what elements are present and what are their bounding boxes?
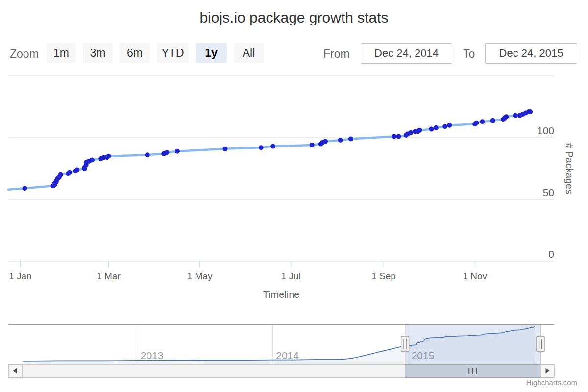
highcharts-stock-chart: 0501001 Jan1 Mar1 May1 Jul1 Sep1 NovTime… <box>0 0 588 392</box>
series-point <box>106 154 111 159</box>
series-point <box>396 134 401 139</box>
x-axis-label: 1 May <box>187 271 213 281</box>
highcharts-credit[interactable]: Highcharts.com <box>526 378 577 387</box>
navigator-selected-mask[interactable] <box>405 325 540 364</box>
from-label: From <box>323 48 350 61</box>
series-point <box>165 150 170 155</box>
series-point <box>408 130 413 135</box>
zoom-button-1y[interactable]: 1y <box>196 43 227 63</box>
y-axis-label: 50 <box>543 187 554 198</box>
series-point <box>429 126 434 131</box>
series-point <box>513 113 518 118</box>
series-point <box>90 157 95 162</box>
series-point <box>338 138 343 143</box>
x-axis-label: 1 Sep <box>371 271 396 281</box>
series-point <box>74 168 79 172</box>
zoom-button-all[interactable]: All <box>234 43 264 63</box>
navigator-left-handle[interactable] <box>401 336 409 352</box>
to-label: To <box>463 48 475 61</box>
series-point <box>259 145 264 150</box>
y-axis-label: 0 <box>548 248 554 260</box>
series-point <box>480 119 485 124</box>
series-point <box>504 114 509 119</box>
zoom-button-1m[interactable]: 1m <box>47 43 76 63</box>
series-point <box>490 118 495 123</box>
series-point <box>528 109 533 114</box>
x-axis-label: 1 Mar <box>97 271 121 281</box>
series-point <box>58 172 63 177</box>
series-point <box>223 147 228 151</box>
series-line <box>8 112 530 190</box>
x-axis-title: Timeline <box>263 289 300 300</box>
series-point <box>310 143 315 147</box>
series-point <box>434 125 439 130</box>
series-point <box>442 124 447 129</box>
x-axis-label: 1 Jul <box>281 271 301 281</box>
zoom-button-3m[interactable]: 3m <box>83 43 113 63</box>
chart-title: biojs.io package growth stats <box>0 7 588 28</box>
navigator-right-handle[interactable] <box>537 336 544 352</box>
series-point <box>474 121 479 125</box>
series-point <box>145 152 150 157</box>
from-date-input[interactable] <box>361 43 452 64</box>
series-point <box>447 123 452 128</box>
series-point <box>23 186 27 191</box>
zoom-label: Zoom <box>10 48 39 61</box>
to-date-input[interactable] <box>485 43 577 64</box>
series-point <box>392 134 396 139</box>
zoom-button-6m[interactable]: 6m <box>120 43 150 63</box>
y-axis-title: # Packages <box>564 143 575 195</box>
series-point <box>348 137 353 142</box>
navigator-year-label: 2014 <box>276 350 299 361</box>
navigator-year-label: 2013 <box>141 350 164 361</box>
series-point <box>417 128 422 133</box>
y-axis-label: 100 <box>537 125 554 136</box>
series-point <box>175 149 180 154</box>
series-point <box>323 139 328 144</box>
zoom-button-ytd[interactable]: YTD <box>157 43 189 63</box>
x-axis-label: 1 Nov <box>463 271 487 281</box>
range-selector-buttons: 1m3m6mYTD1yAll <box>47 43 270 63</box>
series-point <box>270 144 275 149</box>
series-point <box>67 170 72 175</box>
x-axis-label: 1 Jan <box>9 271 31 281</box>
